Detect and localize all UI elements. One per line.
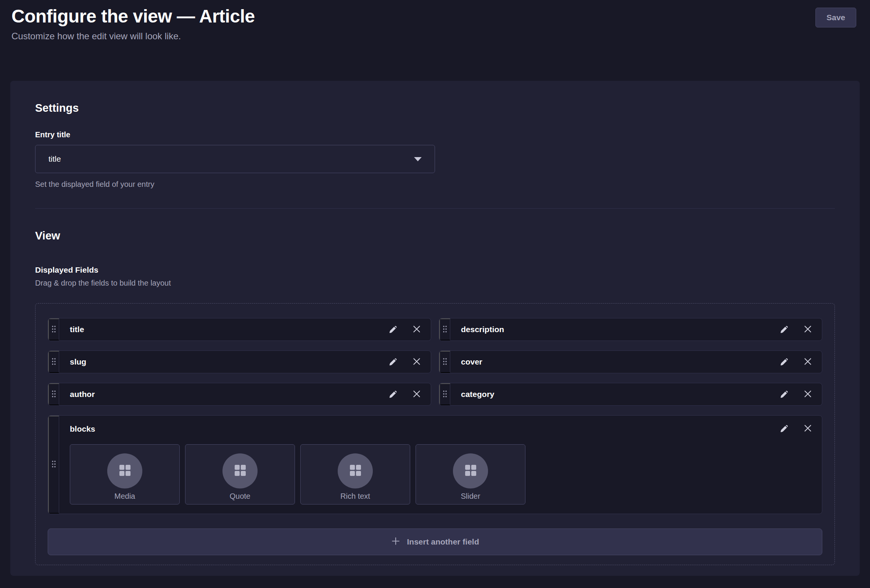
field-label: author <box>59 383 388 405</box>
pencil-icon <box>779 423 789 434</box>
settings-heading: Settings <box>35 101 835 114</box>
field-label: category <box>450 383 779 405</box>
remove-field-button[interactable] <box>412 389 422 400</box>
field-label: description <box>450 318 779 341</box>
cross-icon <box>803 324 813 335</box>
drag-handle[interactable] <box>439 318 450 341</box>
remove-field-button[interactable] <box>412 324 422 335</box>
edit-field-button[interactable] <box>779 389 789 400</box>
drag-dots-icon <box>443 358 447 366</box>
save-button[interactable]: Save <box>815 8 856 27</box>
remove-field-button[interactable] <box>803 357 813 368</box>
field-card-title[interactable]: title <box>48 318 431 341</box>
component-circle <box>453 453 488 488</box>
view-heading: View <box>35 229 835 242</box>
cross-icon <box>803 357 813 368</box>
pencil-icon <box>779 357 789 368</box>
edit-field-button[interactable] <box>388 357 398 368</box>
fields-grid: title <box>48 318 822 406</box>
page-subtitle: Customize how the edit view will look li… <box>11 31 255 42</box>
field-label: slug <box>59 351 388 373</box>
card-actions <box>388 351 431 373</box>
drag-dots-icon <box>52 390 56 399</box>
component-card-media: Media <box>70 444 180 504</box>
cross-icon <box>803 389 813 400</box>
edit-field-button[interactable] <box>779 324 789 335</box>
page-title: Configure the view — Article <box>11 5 255 27</box>
cross-icon <box>803 423 813 434</box>
pencil-icon <box>388 324 398 335</box>
page-header-text: Configure the view — Article Customize h… <box>11 5 255 42</box>
pencil-icon <box>779 389 789 400</box>
drag-dots-icon <box>443 390 447 399</box>
displayed-fields-subtitle: Drag & drop the fields to build the layo… <box>35 278 835 288</box>
pencil-icon <box>388 389 398 400</box>
section-divider <box>35 208 835 209</box>
edit-field-button[interactable] <box>388 324 398 335</box>
field-card-author[interactable]: author <box>48 383 431 406</box>
component-card-slider: Slider <box>416 444 525 504</box>
component-card-quote: Quote <box>185 444 295 504</box>
grid-icon <box>348 463 362 479</box>
component-label: Rich text <box>340 492 370 501</box>
field-label: cover <box>450 351 779 373</box>
drag-dots-icon <box>52 358 56 366</box>
component-circle <box>222 453 258 488</box>
entry-title-field: Entry title title Set the displayed fiel… <box>35 130 835 189</box>
blocks-content: blocks <box>59 416 822 514</box>
chevron-down-icon <box>413 157 422 162</box>
settings-panel: Settings Entry title title Set the displ… <box>10 81 860 576</box>
drag-handle[interactable] <box>48 318 59 341</box>
card-actions <box>388 383 431 405</box>
field-label: title <box>59 318 388 341</box>
remove-field-button[interactable] <box>803 423 813 434</box>
card-actions <box>779 423 813 434</box>
grid-icon <box>233 463 247 479</box>
edit-field-button[interactable] <box>779 423 789 434</box>
insert-field-button[interactable]: Insert another field <box>48 529 822 555</box>
pencil-icon <box>388 357 398 368</box>
drag-dots-icon <box>52 460 56 469</box>
field-card-cover[interactable]: cover <box>439 350 822 373</box>
field-card-description[interactable]: description <box>439 318 822 341</box>
field-card-category[interactable]: category <box>439 383 822 406</box>
component-card-rich-text: Rich text <box>300 444 410 504</box>
component-label: Media <box>114 492 135 501</box>
edit-field-button[interactable] <box>779 357 789 368</box>
fields-dropzone: title <box>35 303 835 565</box>
card-actions <box>388 318 431 341</box>
cross-icon <box>412 324 422 335</box>
drag-handle[interactable] <box>48 351 59 373</box>
blocks-header: blocks <box>70 423 813 434</box>
drag-handle[interactable] <box>439 383 450 405</box>
drag-handle[interactable] <box>439 351 450 373</box>
card-actions <box>779 351 822 373</box>
drag-dots-icon <box>52 325 56 334</box>
card-actions <box>779 383 822 405</box>
displayed-fields-title: Displayed Fields <box>35 265 835 275</box>
grid-icon <box>118 463 132 479</box>
field-card-blocks[interactable]: blocks <box>48 415 822 514</box>
entry-title-label: Entry title <box>35 130 835 140</box>
displayed-fields-header: Displayed Fields Drag & drop the fields … <box>35 265 835 288</box>
blocks-components-row: Media Quote <box>70 444 813 504</box>
field-label: blocks <box>70 424 95 434</box>
component-label: Quote <box>230 492 250 501</box>
edit-field-button[interactable] <box>388 389 398 400</box>
cross-icon <box>412 357 422 368</box>
drag-handle[interactable] <box>48 416 59 514</box>
remove-field-button[interactable] <box>803 389 813 400</box>
insert-field-label: Insert another field <box>407 537 479 546</box>
field-card-slug[interactable]: slug <box>48 350 431 373</box>
remove-field-button[interactable] <box>412 357 422 368</box>
entry-title-select[interactable]: title <box>35 145 435 173</box>
drag-handle[interactable] <box>48 383 59 405</box>
grid-icon <box>464 463 477 479</box>
remove-field-button[interactable] <box>803 324 813 335</box>
entry-title-hint: Set the displayed field of your entry <box>35 179 835 189</box>
drag-dots-icon <box>443 325 447 334</box>
component-label: Slider <box>461 492 480 501</box>
plus-icon <box>391 536 401 548</box>
cross-icon <box>412 389 422 400</box>
entry-title-select-value: title <box>48 154 413 164</box>
